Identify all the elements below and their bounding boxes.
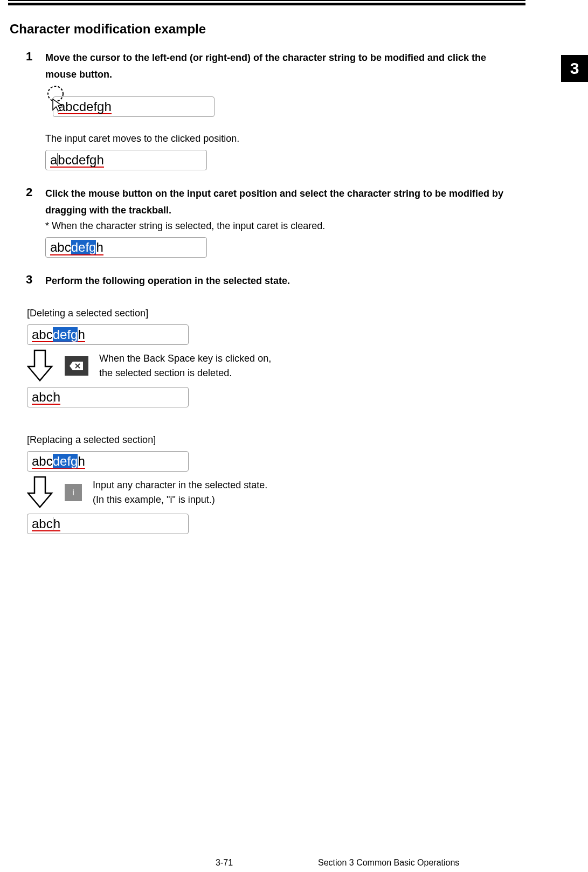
step-instruction: Move the cursor to the left-end (or righ… (45, 50, 514, 82)
delete-desc-1: When the Back Space key is clicked on, (99, 351, 271, 366)
sel-post: h (96, 240, 103, 254)
sel-pre: abc (50, 240, 71, 254)
click-cursor-icon (44, 85, 73, 117)
rep-res-pre: abc (32, 516, 53, 531)
replace-after-box: abch (27, 514, 189, 534)
char-a: a (50, 153, 57, 167)
step-note: * When the character string is selected,… (45, 220, 514, 232)
replace-before-box: abcdefgh (27, 451, 189, 472)
sel-mid: defg (71, 240, 96, 254)
step-number: 1 (26, 50, 45, 82)
delete-desc-2: the selected section is deleted. (99, 366, 271, 380)
step-instruction: Click the mouse button on the input care… (45, 185, 514, 218)
replace-desc-2: (In this example, "i" is input.) (93, 493, 267, 507)
step1-caption: The input caret moves to the clicked pos… (45, 133, 578, 144)
rep-post: h (78, 454, 85, 468)
step-2: 2 Click the mouse button on the input ca… (26, 185, 578, 232)
step-number: 3 (26, 273, 45, 289)
textbox-example-caret: abcdefgh (45, 150, 207, 170)
page-number: 3-71 (216, 858, 233, 868)
step-3: 3 Perform the following operation in the… (26, 273, 578, 289)
char-rest: bcdefgh (58, 153, 103, 167)
rep-res-post: h (53, 516, 60, 531)
del-sel: defg (53, 327, 78, 342)
textbox-example-cursor: abcdefgh (53, 96, 215, 117)
rep-sel: defg (53, 454, 78, 468)
delete-heading: [Deleting a selected section] (27, 308, 578, 319)
backspace-key-icon (65, 356, 88, 376)
step-number: 2 (26, 185, 45, 232)
input-key-icon: i (65, 484, 82, 501)
arrow-down-icon (27, 476, 54, 509)
del-pre: abc (32, 327, 53, 342)
page-title: Character modification example (10, 22, 578, 37)
del-res-pre: abc (32, 390, 53, 404)
delete-after-box: abch (27, 387, 189, 407)
delete-before-box: abcdefgh (27, 324, 189, 345)
svg-point-0 (48, 86, 63, 101)
step-1: 1 Move the cursor to the left-end (or ri… (26, 50, 578, 82)
replace-heading: [Replacing a selected section] (27, 434, 578, 446)
chapter-tab: 3 (561, 55, 588, 82)
rep-pre: abc (32, 454, 53, 468)
del-res-post: h (53, 390, 60, 404)
step-instruction: Perform the following operation in the s… (45, 273, 514, 289)
arrow-down-icon (27, 349, 54, 383)
section-label: Section 3 Common Basic Operations (318, 858, 459, 868)
del-post: h (78, 327, 85, 342)
replace-desc-1: Input any character in the selected stat… (93, 478, 267, 493)
textbox-example-selection: abcdefgh (45, 237, 207, 258)
